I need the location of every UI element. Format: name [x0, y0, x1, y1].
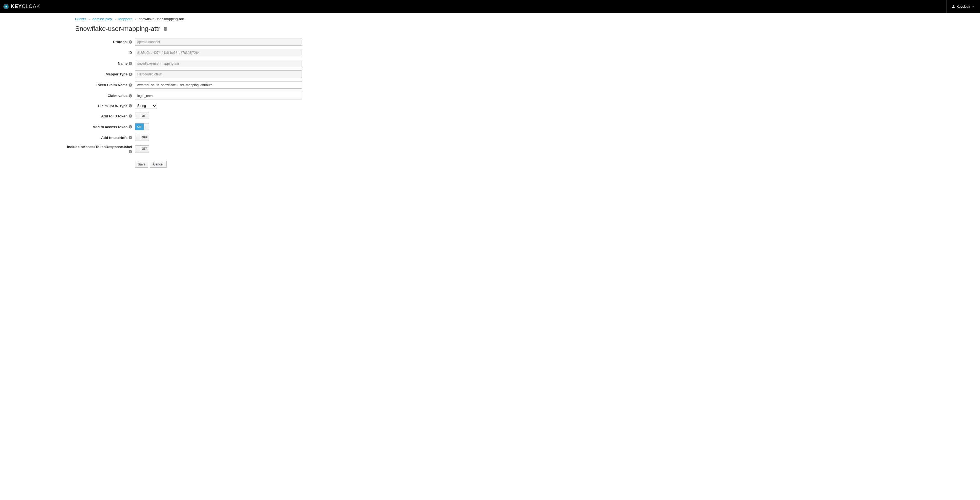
- row-name: Name ?: [75, 60, 379, 67]
- help-icon[interactable]: ?: [129, 125, 132, 129]
- row-add-to-access-token: Add to access token ? ON: [75, 123, 379, 131]
- label-id: ID: [129, 51, 132, 55]
- label-add-to-userinfo: Add to userinfo: [101, 135, 127, 140]
- label-claim-value: Claim value: [108, 94, 127, 98]
- main-content: Clients › domino-play › Mappers › snowfl…: [75, 13, 379, 168]
- label-name: Name: [118, 61, 127, 65]
- help-icon[interactable]: ?: [129, 136, 132, 139]
- mapper-type-input: [135, 70, 302, 78]
- label-claim-json-type: Claim JSON Type: [98, 104, 127, 108]
- page-title-row: Snowflake-user-mapping-attr: [75, 25, 379, 33]
- id-input: [135, 49, 302, 56]
- claim-json-type-select[interactable]: String: [135, 103, 157, 109]
- help-icon[interactable]: ?: [129, 83, 132, 87]
- label-add-to-access-token: Add to access token: [93, 125, 127, 129]
- brand-logo[interactable]: Keycloak: [3, 3, 40, 10]
- help-icon[interactable]: ?: [129, 40, 132, 44]
- form-actions: Save Cancel: [135, 161, 379, 168]
- cancel-button[interactable]: Cancel: [150, 161, 166, 168]
- user-icon: [951, 5, 955, 8]
- row-token-claim-name: Token Claim Name ?: [75, 81, 379, 89]
- protocol-input: [135, 38, 302, 46]
- toggle-label: ON: [135, 124, 144, 130]
- breadcrumb-sep: ›: [115, 18, 116, 21]
- toggle-label: OFF: [140, 146, 149, 152]
- help-icon[interactable]: ?: [129, 73, 132, 76]
- toggle-label: OFF: [140, 112, 149, 119]
- row-include-in-access-token-response: includeInAccessTokenResponse.label ? OFF: [75, 145, 379, 153]
- label-mapper-type: Mapper Type: [106, 72, 127, 76]
- breadcrumb-link-client[interactable]: domino-play: [92, 17, 112, 21]
- chevron-down-icon: [972, 5, 974, 8]
- row-protocol: Protocol ?: [75, 38, 379, 46]
- toggle-include-in-access-token-response[interactable]: OFF: [135, 145, 149, 153]
- keycloak-logo-icon: [3, 3, 10, 10]
- brand-text: Keycloak: [11, 3, 40, 10]
- user-label: Keycloak: [956, 5, 970, 9]
- toggle-add-to-userinfo[interactable]: OFF: [135, 134, 149, 141]
- breadcrumb-current: snowflake-user-mapping-attr: [138, 17, 184, 21]
- row-claim-json-type: Claim JSON Type ? String: [75, 103, 379, 109]
- breadcrumb-sep: ›: [135, 18, 136, 21]
- help-icon[interactable]: ?: [129, 94, 132, 97]
- toggle-add-to-access-token[interactable]: ON: [135, 123, 149, 131]
- top-header: Keycloak Keycloak: [0, 0, 980, 13]
- label-add-to-id-token: Add to ID token: [101, 114, 127, 118]
- header-right: Keycloak: [946, 0, 974, 13]
- breadcrumb: Clients › domino-play › Mappers › snowfl…: [75, 17, 379, 21]
- toggle-add-to-id-token[interactable]: OFF: [135, 112, 149, 119]
- token-claim-name-input[interactable]: [135, 81, 302, 89]
- toggle-label: OFF: [140, 134, 149, 141]
- row-mapper-type: Mapper Type ?: [75, 70, 379, 78]
- help-icon[interactable]: ?: [129, 150, 132, 153]
- page-title: Snowflake-user-mapping-attr: [75, 25, 160, 33]
- row-id: ID: [75, 49, 379, 56]
- breadcrumb-link-clients[interactable]: Clients: [75, 17, 86, 21]
- user-dropdown[interactable]: Keycloak: [951, 5, 974, 9]
- mapper-form: Protocol ? ID Name ?: [75, 38, 379, 168]
- label-include-in-access-token-response: includeInAccessTokenResponse.label: [67, 145, 132, 149]
- claim-value-input[interactable]: [135, 92, 302, 99]
- save-button[interactable]: Save: [135, 161, 148, 168]
- delete-icon[interactable]: [164, 27, 167, 31]
- help-icon[interactable]: ?: [129, 115, 132, 118]
- row-claim-value: Claim value ?: [75, 92, 379, 99]
- header-divider: [946, 0, 947, 13]
- row-add-to-userinfo: Add to userinfo ? OFF: [75, 134, 379, 142]
- breadcrumb-sep: ›: [89, 18, 90, 21]
- label-token-claim-name: Token Claim Name: [96, 83, 127, 87]
- label-protocol: Protocol: [113, 40, 127, 44]
- row-add-to-id-token: Add to ID token ? OFF: [75, 112, 379, 120]
- svg-rect-2: [6, 6, 6, 8]
- help-icon[interactable]: ?: [129, 62, 132, 65]
- breadcrumb-link-mappers[interactable]: Mappers: [118, 17, 132, 21]
- name-input: [135, 60, 302, 67]
- help-icon[interactable]: ?: [129, 104, 132, 107]
